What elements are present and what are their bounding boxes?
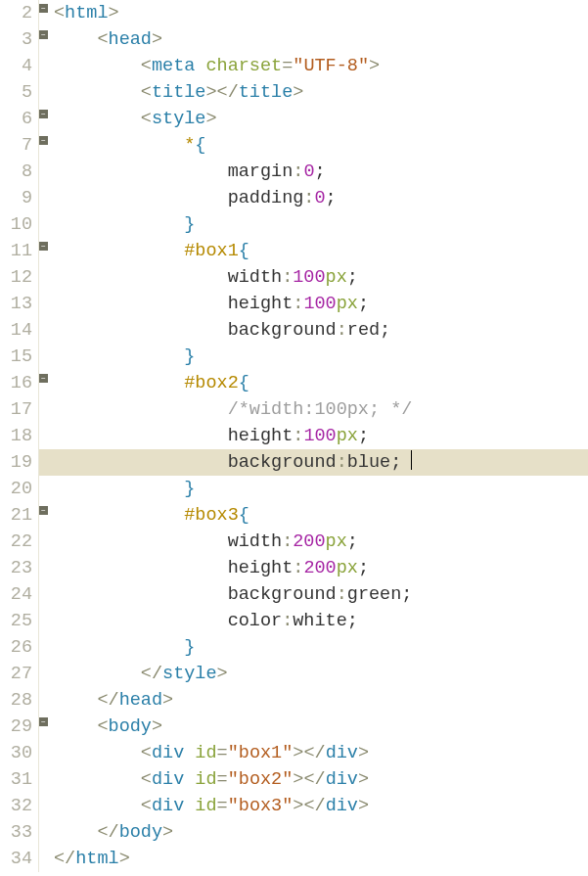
code-token: height bbox=[228, 294, 294, 314]
code-line[interactable]: <style> bbox=[54, 106, 588, 132]
code-line[interactable]: </head> bbox=[54, 687, 588, 714]
code-line[interactable]: background:red; bbox=[54, 317, 588, 344]
code-token: > bbox=[217, 664, 228, 684]
code-line[interactable]: #box2{ bbox=[54, 370, 588, 396]
code-token: title bbox=[239, 82, 294, 103]
code-line[interactable]: <body> bbox=[54, 714, 588, 740]
code-token: color bbox=[228, 611, 283, 631]
code-line[interactable]: background:blue; bbox=[39, 449, 588, 476]
code-token: > bbox=[109, 3, 119, 23]
code-token bbox=[54, 716, 97, 737]
code-line[interactable]: <div id="box1"></div> bbox=[54, 740, 588, 766]
code-line[interactable]: #box3{ bbox=[54, 502, 588, 529]
code-line[interactable]: </html> bbox=[54, 846, 588, 872]
code-token: #box3 bbox=[184, 505, 239, 526]
fold-icon[interactable]: − bbox=[39, 136, 48, 145]
code-line[interactable]: color:white; bbox=[54, 608, 588, 634]
code-line[interactable]: <html> bbox=[54, 0, 588, 26]
code-token bbox=[54, 294, 228, 314]
code-editor[interactable]: 2−3−456−7−891011−1213141516−1718192021−2… bbox=[0, 0, 588, 872]
code-token: < bbox=[141, 109, 152, 129]
code-line[interactable]: <head> bbox=[54, 26, 588, 53]
line-number: 33 bbox=[0, 819, 39, 846]
code-line[interactable]: <title></title> bbox=[54, 79, 588, 106]
code-token: "UTF-8" bbox=[293, 56, 369, 76]
code-line[interactable]: *{ bbox=[54, 132, 588, 159]
code-token: : bbox=[337, 584, 347, 605]
code-token: body bbox=[119, 822, 162, 843]
code-line[interactable]: } bbox=[54, 634, 588, 661]
text-caret bbox=[411, 450, 412, 470]
code-token: margin bbox=[228, 161, 294, 182]
code-line[interactable]: margin:0; bbox=[54, 159, 588, 185]
code-token: head bbox=[109, 29, 152, 50]
fold-icon[interactable]: − bbox=[39, 110, 48, 118]
code-token: </ bbox=[97, 690, 118, 711]
fold-icon[interactable]: − bbox=[39, 717, 48, 726]
code-line[interactable]: } bbox=[54, 476, 588, 502]
line-number: 8 bbox=[0, 159, 39, 185]
code-line[interactable]: padding:0; bbox=[54, 185, 588, 211]
code-token bbox=[54, 161, 228, 182]
code-area[interactable]: <html> <head> <meta charset="UTF-8"> <ti… bbox=[54, 0, 588, 872]
line-number-gutter: 2−3−456−7−891011−1213141516−1718192021−2… bbox=[0, 0, 39, 872]
code-token: div bbox=[152, 743, 195, 763]
code-token: ></ bbox=[293, 769, 325, 790]
line-number: 15 bbox=[0, 344, 39, 370]
code-line[interactable]: <div id="box3"></div> bbox=[54, 793, 588, 819]
code-token bbox=[54, 109, 141, 129]
code-token: width bbox=[228, 531, 283, 552]
fold-icon[interactable]: − bbox=[39, 30, 48, 39]
code-token: : bbox=[293, 558, 303, 578]
code-line[interactable]: width:200px; bbox=[54, 529, 588, 555]
code-line[interactable]: /*width:100px; */ bbox=[54, 396, 588, 423]
code-token: head bbox=[119, 690, 162, 711]
code-token: div bbox=[326, 769, 358, 790]
code-token: px bbox=[337, 558, 358, 578]
code-token bbox=[54, 399, 228, 420]
fold-icon[interactable]: − bbox=[39, 374, 48, 383]
code-token: ; bbox=[380, 320, 390, 341]
code-token: body bbox=[109, 716, 152, 737]
code-line[interactable]: width:100px; bbox=[54, 264, 588, 291]
code-token: = bbox=[217, 796, 228, 816]
code-token: div bbox=[152, 769, 195, 790]
code-token: > bbox=[162, 822, 173, 843]
fold-icon[interactable]: − bbox=[39, 4, 48, 13]
code-token: "box1" bbox=[228, 743, 294, 763]
code-line[interactable]: </body> bbox=[54, 819, 588, 846]
code-line[interactable]: } bbox=[54, 344, 588, 370]
code-line[interactable]: background:green; bbox=[54, 581, 588, 608]
code-line[interactable]: } bbox=[54, 211, 588, 238]
code-token: } bbox=[184, 479, 195, 499]
code-line[interactable]: </style> bbox=[54, 661, 588, 687]
code-token: charset bbox=[205, 56, 282, 76]
fold-icon[interactable]: − bbox=[39, 506, 48, 515]
code-token: < bbox=[141, 82, 152, 103]
line-number: 34 bbox=[0, 846, 39, 872]
code-line[interactable]: #box1{ bbox=[54, 238, 588, 264]
code-token: < bbox=[97, 716, 108, 737]
code-token: > bbox=[162, 690, 173, 711]
code-line[interactable]: height:200px; bbox=[54, 555, 588, 581]
code-token bbox=[54, 188, 228, 208]
line-number: 26 bbox=[0, 634, 39, 661]
code-token: title bbox=[152, 82, 206, 103]
code-token: px bbox=[337, 426, 358, 446]
code-line[interactable]: <meta charset="UTF-8"> bbox=[54, 53, 588, 79]
code-token: ; bbox=[347, 267, 358, 288]
code-token: 200 bbox=[293, 531, 325, 552]
code-token: : bbox=[282, 611, 293, 631]
code-line[interactable]: <div id="box2"></div> bbox=[54, 766, 588, 793]
code-token: 100 bbox=[303, 426, 336, 446]
code-token: id bbox=[195, 769, 216, 790]
code-token: id bbox=[195, 743, 216, 763]
code-token: > bbox=[358, 769, 369, 790]
code-token bbox=[54, 373, 184, 393]
code-line[interactable]: height:100px; bbox=[54, 291, 588, 317]
code-token bbox=[54, 664, 141, 684]
code-token: ; bbox=[347, 531, 358, 552]
code-line[interactable]: height:100px; bbox=[54, 423, 588, 449]
code-token bbox=[54, 56, 141, 76]
fold-icon[interactable]: − bbox=[39, 242, 48, 251]
